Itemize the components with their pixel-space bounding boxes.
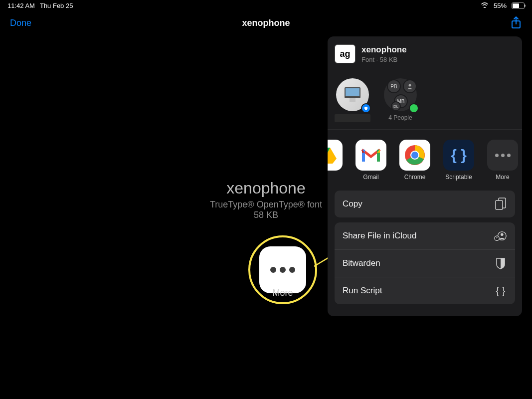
app-item-chrome[interactable]: Chrome: [399, 140, 430, 181]
gmail-icon: [355, 140, 386, 171]
svg-point-15: [411, 152, 418, 159]
share-sheet: ag xenophone Font · 58 KB PB MB DL: [328, 36, 522, 316]
icloud-share-icon: +: [494, 229, 507, 242]
status-time: 11:42 AM: [7, 2, 35, 9]
contact-initials: PB: [387, 79, 401, 93]
sheet-header: ag xenophone Font · 58 KB: [328, 36, 522, 71]
action-label: Share File in iCloud: [343, 231, 416, 241]
file-type: TrueType® OpenType® font: [210, 200, 322, 210]
app-item-more[interactable]: More: [487, 140, 518, 181]
messages-badge-icon: [409, 103, 419, 113]
scriptable-icon: { }: [443, 140, 474, 171]
svg-text:+: +: [496, 235, 498, 240]
airdrop-contact[interactable]: [335, 78, 370, 111]
bitwarden-icon: [494, 257, 507, 270]
battery-percent: 55%: [494, 2, 507, 9]
drive-icon: [328, 140, 343, 171]
status-date: Thu Feb 25: [40, 2, 73, 9]
done-button[interactable]: Done: [10, 18, 31, 28]
action-run-script[interactable]: Run Script { }: [335, 277, 515, 304]
action-share-icloud[interactable]: Share File in iCloud +: [335, 222, 515, 249]
app-label: Scriptable: [445, 174, 472, 181]
action-label: Bitwarden: [343, 258, 380, 268]
app-item-gmail[interactable]: Gmail: [355, 140, 386, 181]
copy-icon: [494, 198, 507, 210]
group-avatar: PB MB DL: [384, 78, 417, 111]
person-icon: [403, 79, 417, 93]
file-thumbnail: ag: [335, 44, 355, 63]
app-label: More: [496, 174, 509, 181]
app-item-scriptable[interactable]: { } Scriptable: [443, 140, 474, 181]
wifi-icon: [481, 2, 489, 9]
messages-group-contact[interactable]: PB MB DL: [382, 78, 418, 111]
svg-rect-4: [346, 88, 359, 96]
annotation-highlight: More: [248, 235, 317, 304]
chrome-icon: [399, 140, 430, 171]
airdrop-people-row: PB MB DL: [328, 71, 522, 111]
group-label: 4 People: [382, 114, 418, 122]
airdrop-badge-icon: [361, 103, 371, 113]
status-bar: 11:42 AM Thu Feb 25 55%: [0, 0, 532, 11]
action-list: Copy Share File in iCloud + Bitwarden: [328, 191, 522, 316]
contact-avatar: [336, 78, 369, 111]
contact-initials: DL: [391, 101, 401, 111]
action-bitwarden[interactable]: Bitwarden: [335, 249, 515, 277]
file-size: 58 KB: [254, 210, 278, 220]
svg-point-6: [409, 84, 411, 87]
app-item-drive[interactable]: [328, 140, 343, 171]
file-name: xenophone: [226, 179, 305, 198]
more-icon: [487, 140, 518, 171]
nav-bar: Done xenophone: [0, 11, 532, 35]
svg-rect-5: [350, 98, 355, 102]
braces-icon: { }: [494, 284, 507, 297]
action-label: Copy: [343, 199, 362, 209]
nav-title: xenophone: [242, 18, 290, 28]
svg-rect-16: [496, 200, 503, 209]
battery-icon: [512, 2, 525, 9]
share-button[interactable]: [510, 16, 522, 30]
app-label: Gmail: [363, 174, 378, 181]
action-label: Run Script: [343, 286, 382, 296]
annotation-label: More: [272, 288, 293, 298]
sheet-file-name: xenophone: [361, 45, 407, 55]
action-copy[interactable]: Copy: [335, 191, 515, 217]
svg-point-18: [501, 233, 504, 236]
app-label: Chrome: [404, 174, 426, 181]
svg-marker-7: [328, 148, 337, 164]
sheet-file-meta: Font · 58 KB: [361, 56, 407, 63]
contact-label-redacted: [335, 114, 370, 122]
app-share-row: Gmail Chrome { } Scriptable More: [328, 130, 522, 191]
more-icon-enlarged: [259, 246, 306, 293]
